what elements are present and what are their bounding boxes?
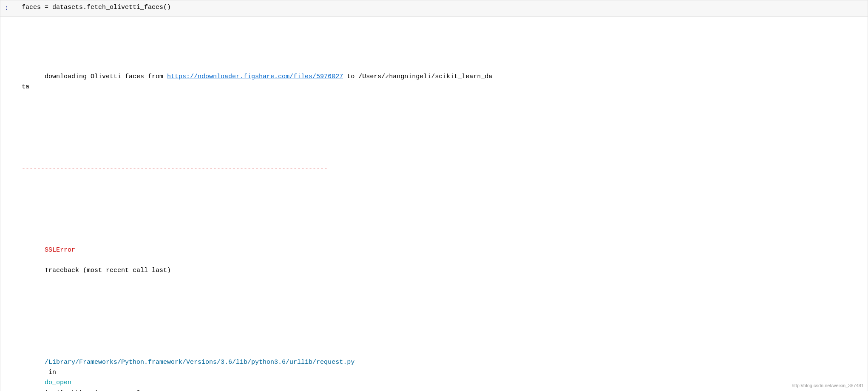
traceback-header-padding [45,257,182,264]
error-header-line: SSLError Traceback (most recent call las… [22,235,859,286]
frame1-in: in [45,369,60,376]
notebook-cell: : faces = datasets.fetch_olivetti_faces(… [0,0,868,391]
frame1-func: do_open [45,379,71,386]
frame1-args: (self, http_class, req, * [45,389,140,391]
frame1-file-path: /Library/Frameworks/Python.framework/Ver… [45,359,355,366]
cell-output: downloading Olivetti faces from https://… [0,17,868,391]
watermark: http://blog.csdn.net/weixin_387481 [792,382,864,389]
download-info-line: downloading Olivetti faces from https://… [22,62,859,102]
cell-prompt: : [5,3,17,14]
error-separator: ----------------------------------------… [22,164,859,174]
download-text-prefix: downloading Olivetti faces from [45,73,167,80]
cell-input: : faces = datasets.fetch_olivetti_faces(… [0,0,868,17]
download-url-link[interactable]: https://ndownloader.figshare.com/files/5… [167,73,343,80]
traceback-label: Traceback (most recent call last) [45,267,171,274]
frame1-file-line: /Library/Frameworks/Python.framework/Ver… [22,347,859,391]
cell-code: faces = datasets.fetch_olivetti_faces() [22,3,171,13]
error-type-label: SSLError [45,246,75,254]
